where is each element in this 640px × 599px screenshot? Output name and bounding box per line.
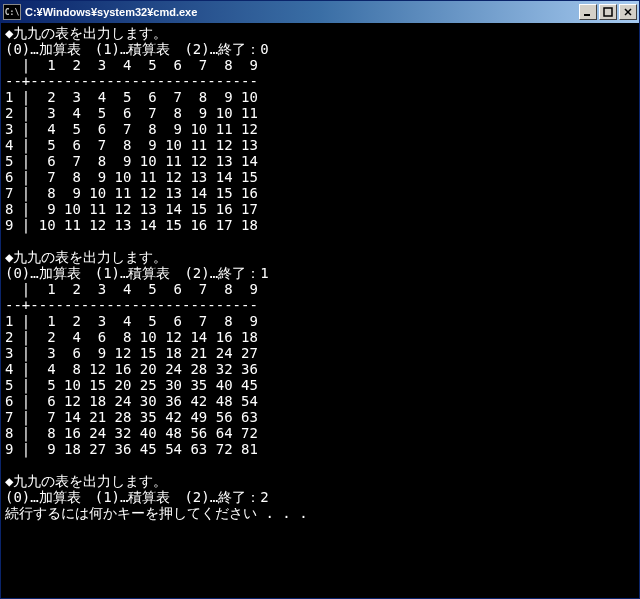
window-title: C:¥Windows¥system32¥cmd.exe	[25, 6, 579, 18]
maximize-button[interactable]	[599, 4, 617, 20]
minimize-button[interactable]	[579, 4, 597, 20]
svg-rect-0	[584, 14, 590, 16]
cmd-window: C:\ C:¥Windows¥system32¥cmd.exe ◆九九の表を出力…	[0, 0, 640, 599]
close-button[interactable]	[619, 4, 637, 20]
svg-rect-1	[604, 8, 612, 16]
cmd-icon: C:\	[3, 4, 21, 20]
console-output[interactable]: ◆九九の表を出力します。 (0)…加算表 (1)…積算表 (2)…終了：0 | …	[1, 23, 639, 598]
window-buttons	[579, 4, 637, 20]
titlebar: C:\ C:¥Windows¥system32¥cmd.exe	[1, 1, 639, 23]
